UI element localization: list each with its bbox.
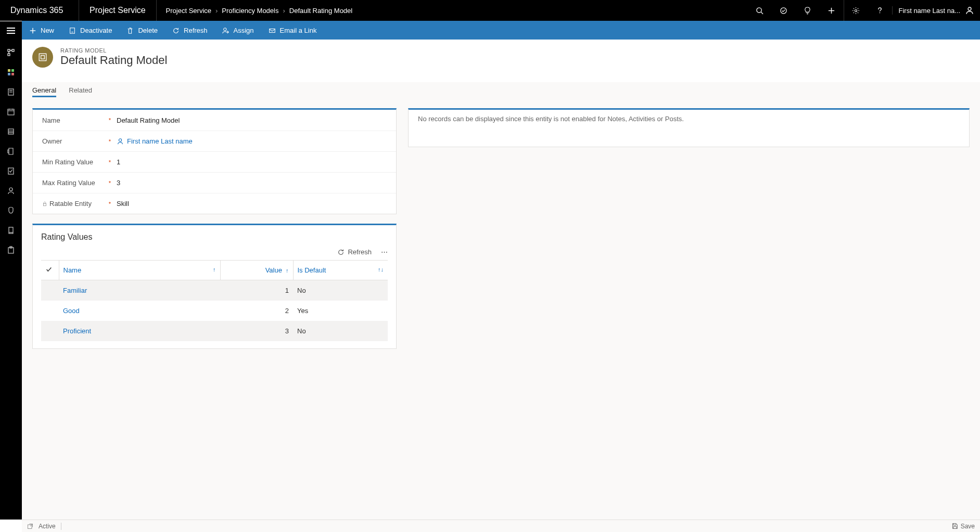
required-marker: *	[107, 159, 112, 165]
name-value[interactable]: Default Rating Model	[112, 116, 180, 124]
svg-rect-18	[11, 69, 14, 72]
grid-row[interactable]: Proficient 3 No	[41, 321, 388, 341]
subgrid-refresh-button[interactable]: Refresh	[337, 248, 372, 256]
grid-name-link[interactable]: Proficient	[63, 327, 91, 335]
lightbulb-icon[interactable]	[796, 0, 820, 21]
record-icon	[32, 47, 53, 68]
record-title: Default Rating Model	[60, 54, 167, 67]
settings-icon[interactable]	[844, 0, 868, 21]
tab-general[interactable]: General	[32, 82, 56, 97]
svg-rect-19	[8, 73, 10, 75]
topbar-actions	[748, 0, 892, 21]
nav-item-5[interactable]	[0, 122, 22, 141]
svg-point-10	[223, 28, 226, 30]
ratable-field: Ratable Entity * Skill	[33, 193, 396, 214]
col-default[interactable]: Is Default↑↓	[293, 261, 388, 280]
nav-item-3[interactable]	[0, 82, 22, 102]
search-icon[interactable]	[748, 0, 772, 21]
tab-related[interactable]: Related	[69, 82, 92, 97]
crumb-0[interactable]: Project Service	[166, 7, 211, 15]
grid-row[interactable]: Good 2 Yes	[41, 301, 388, 321]
max-value[interactable]: 3	[112, 179, 120, 187]
new-button[interactable]: New	[22, 21, 61, 40]
app-name[interactable]: Project Service	[79, 0, 157, 21]
grid-row[interactable]: Familiar 1 No	[41, 280, 388, 301]
svg-rect-38	[41, 56, 45, 59]
general-card: Name * Default Rating Model Owner * Firs…	[32, 108, 397, 214]
check-icon	[45, 266, 53, 273]
grid-default: No	[293, 280, 388, 301]
help-icon[interactable]	[868, 0, 892, 21]
brand[interactable]: Dynamics 365	[0, 0, 79, 21]
svg-point-0	[757, 7, 761, 12]
user-menu[interactable]: First name Last na...	[892, 6, 981, 15]
nav-item-10[interactable]	[0, 220, 22, 240]
grid-default: No	[293, 321, 388, 341]
rating-values-title: Rating Values	[33, 225, 396, 245]
sort-up-icon: ↑	[211, 266, 216, 273]
assign-button[interactable]: Assign	[215, 21, 261, 40]
add-icon[interactable]	[820, 0, 844, 21]
nav-item-8[interactable]	[0, 181, 22, 201]
crumb-2[interactable]: Default Rating Model	[289, 7, 352, 15]
name-field[interactable]: Name * Default Rating Model	[33, 110, 396, 131]
required-marker: *	[107, 201, 112, 207]
svg-point-5	[855, 9, 857, 11]
refresh-button[interactable]: Refresh	[165, 21, 215, 40]
nav-toggle[interactable]	[0, 21, 22, 40]
nav-item-7[interactable]	[0, 161, 22, 181]
subgrid-more-button[interactable]: ⋯	[381, 248, 389, 256]
crumb-1[interactable]: Proficiency Models	[222, 7, 278, 15]
svg-point-32	[9, 188, 12, 191]
min-value[interactable]: 1	[112, 158, 120, 166]
svg-rect-28	[8, 129, 14, 134]
svg-rect-37	[39, 54, 46, 61]
status-bar: Active Save	[22, 520, 980, 532]
nav-item-4[interactable]	[0, 102, 22, 122]
ratable-value: Skill	[112, 200, 129, 207]
min-field[interactable]: Min Rating Value * 1	[33, 151, 396, 172]
nav-item-1[interactable]	[0, 43, 22, 62]
owner-value[interactable]: First name Last name	[112, 137, 193, 145]
grid-name-link[interactable]: Familiar	[63, 287, 87, 294]
save-button[interactable]: Save	[951, 523, 975, 530]
left-nav	[0, 40, 22, 520]
svg-rect-9	[70, 28, 75, 33]
notes-empty-message: No records can be displayed since this e…	[409, 110, 969, 128]
svg-point-39	[119, 138, 121, 141]
select-all[interactable]	[41, 261, 59, 280]
svg-rect-13	[12, 49, 14, 51]
top-bar: Dynamics 365 Project Service Project Ser…	[0, 0, 980, 21]
required-marker: *	[107, 138, 112, 145]
chevron-right-icon: ›	[283, 7, 285, 15]
sort-up-icon: ↑	[282, 267, 289, 274]
grid-value: 3	[220, 321, 293, 341]
svg-rect-11	[269, 29, 275, 32]
user-icon	[965, 6, 974, 15]
command-bar: New Deactivate Delete Refresh Assign Ema…	[22, 21, 980, 40]
nav-item-6[interactable]	[0, 141, 22, 161]
nav-item-11[interactable]	[0, 240, 22, 260]
owner-label: Owner	[42, 137, 107, 145]
min-label: Min Rating Value	[42, 158, 107, 166]
task-icon[interactable]	[772, 0, 796, 21]
save-icon	[951, 523, 958, 529]
col-name[interactable]: Name↑	[59, 261, 220, 280]
delete-button[interactable]: Delete	[119, 21, 165, 40]
rating-values-card: Rating Values Refresh ⋯	[32, 224, 397, 349]
grid-default: Yes	[293, 301, 388, 321]
svg-line-1	[761, 12, 763, 14]
popout-icon[interactable]	[27, 523, 33, 529]
owner-field[interactable]: Owner * First name Last name	[33, 131, 396, 151]
lock-icon	[42, 201, 47, 206]
nav-item-2[interactable]	[0, 62, 22, 82]
max-label: Max Rating Value	[42, 179, 107, 187]
svg-rect-35	[8, 248, 14, 253]
email-link-button[interactable]: Email a Link	[261, 21, 324, 40]
col-value[interactable]: Value ↑	[220, 261, 293, 280]
svg-point-6	[968, 7, 971, 10]
nav-item-9[interactable]	[0, 201, 22, 220]
max-field[interactable]: Max Rating Value * 3	[33, 172, 396, 193]
grid-name-link[interactable]: Good	[63, 307, 80, 315]
deactivate-button[interactable]: Deactivate	[61, 21, 119, 40]
